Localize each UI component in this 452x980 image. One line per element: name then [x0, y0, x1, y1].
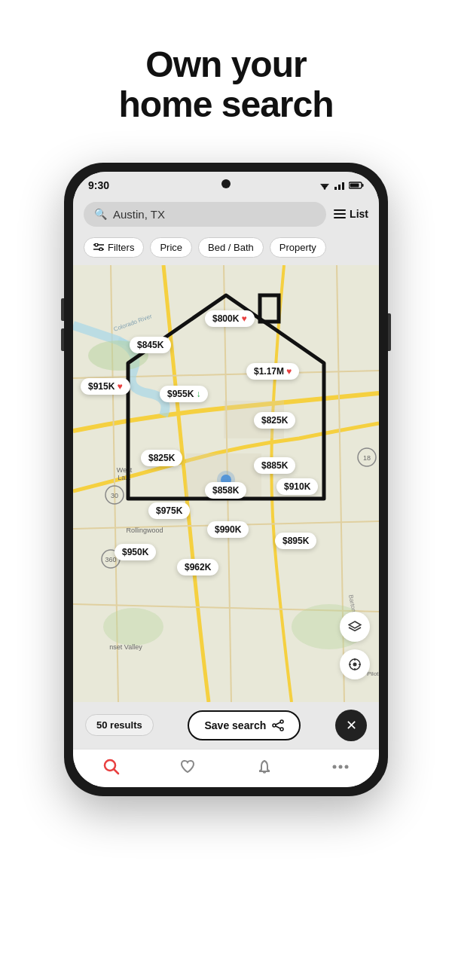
layers-icon [348, 621, 362, 633]
price-pin-990k[interactable]: $990K [207, 521, 249, 538]
price-pin-910k[interactable]: $910K [276, 478, 318, 495]
svg-point-40 [353, 662, 357, 666]
status-time: 9:30 [88, 179, 109, 191]
svg-point-19 [103, 608, 163, 646]
nav-favorites[interactable] [179, 759, 196, 775]
phone-mockup: 9:30 [64, 163, 388, 796]
svg-text:Rollingwood: Rollingwood [126, 527, 163, 534]
price-pin-950k[interactable]: $950K [115, 544, 156, 560]
list-button[interactable]: List [334, 208, 368, 220]
svg-point-2 [324, 188, 326, 190]
close-button[interactable]: ✕ [335, 710, 367, 741]
search-nav-icon [103, 759, 120, 775]
save-search-button[interactable]: Save search [188, 710, 301, 740]
results-badge: 50 results [85, 714, 154, 736]
svg-rect-11 [334, 217, 346, 218]
price-pin-962k[interactable]: $962K [177, 559, 218, 575]
svg-point-15 [99, 248, 102, 251]
svg-rect-7 [362, 184, 364, 187]
nav-more[interactable] [332, 764, 349, 770]
svg-rect-38 [260, 295, 279, 322]
svg-point-14 [95, 243, 98, 246]
svg-line-48 [276, 722, 280, 725]
wifi-icon [319, 181, 331, 190]
nav-search[interactable] [103, 759, 120, 775]
svg-text:Pilot Kn...: Pilot Kn... [367, 670, 379, 677]
svg-text:18: 18 [363, 454, 371, 462]
bell-nav-icon [256, 759, 273, 775]
share-icon [272, 719, 284, 731]
svg-point-53 [339, 765, 343, 768]
price-pin-845k[interactable]: $845K [130, 337, 171, 353]
signal-icon [334, 181, 346, 190]
svg-rect-4 [338, 185, 341, 190]
svg-line-51 [114, 769, 118, 774]
svg-point-52 [333, 765, 337, 768]
price-pin-885k[interactable]: $885K [254, 457, 295, 474]
camera-notch [221, 179, 231, 188]
price-pin-915k[interactable]: $915K ♥ [81, 378, 130, 395]
heart-icon: ♥ [286, 366, 292, 377]
list-icon [334, 209, 346, 218]
map-area[interactable]: Austin Rollingwood West La... nset Valle… [73, 265, 379, 702]
chip-bed-bath[interactable]: Bed / Bath [198, 237, 264, 258]
list-label: List [350, 208, 368, 220]
price-pin-858k[interactable]: $858K [205, 482, 246, 499]
svg-point-47 [280, 728, 283, 731]
price-pin-800k[interactable]: $800K ♥ [205, 310, 255, 327]
price-pin-825k-2[interactable]: $825K [141, 450, 182, 466]
status-bar: 9:30 [73, 172, 379, 196]
heart-nav-icon [179, 759, 196, 775]
price-pin-895k[interactable]: $895K [275, 533, 316, 549]
search-input-container[interactable]: 🔍 Austin, TX [84, 202, 326, 227]
heart-icon: ♥ [241, 313, 246, 324]
svg-rect-8 [350, 183, 359, 187]
svg-text:30: 30 [111, 492, 118, 499]
location-button[interactable] [340, 649, 370, 679]
layers-button[interactable] [340, 612, 370, 642]
bottom-action-bar: 50 results Save search ✕ [73, 702, 379, 749]
filters-icon [93, 243, 104, 251]
nav-bar [73, 749, 379, 787]
heart-icon: ♥ [117, 381, 122, 392]
search-bar-row: 🔍 Austin, TX List [73, 196, 379, 233]
price-pin-975k[interactable]: $975K [148, 502, 190, 519]
svg-line-49 [276, 726, 280, 728]
location-icon [348, 658, 362, 671]
more-nav-icon [332, 764, 349, 770]
chip-property[interactable]: Property [270, 237, 326, 258]
status-icons [319, 181, 364, 190]
search-icon: 🔍 [94, 208, 107, 220]
svg-rect-3 [334, 187, 337, 190]
hero-title: Own your home search [118, 45, 333, 125]
filter-chips: Filters Price Bed / Bath Property [73, 233, 379, 265]
svg-rect-5 [342, 182, 344, 190]
svg-text:nset Valley: nset Valley [109, 643, 142, 651]
price-pin-955k[interactable]: $955K ↓ [160, 386, 208, 402]
chip-filters[interactable]: Filters [84, 237, 144, 258]
price-pin-117m[interactable]: $1.17M ♥ [246, 363, 299, 380]
svg-point-45 [280, 720, 283, 723]
svg-text:360: 360 [105, 556, 116, 563]
svg-rect-9 [334, 209, 346, 211]
phone-screen: 9:30 [73, 172, 379, 787]
chip-price[interactable]: Price [150, 237, 192, 258]
nav-alerts[interactable] [256, 759, 273, 775]
svg-point-46 [273, 724, 276, 727]
down-icon: ↓ [196, 389, 200, 399]
svg-point-54 [345, 765, 349, 768]
search-input-text: Austin, TX [113, 208, 165, 221]
svg-rect-10 [334, 213, 346, 215]
price-pin-825k-1[interactable]: $825K [254, 412, 295, 429]
battery-icon [349, 181, 364, 190]
